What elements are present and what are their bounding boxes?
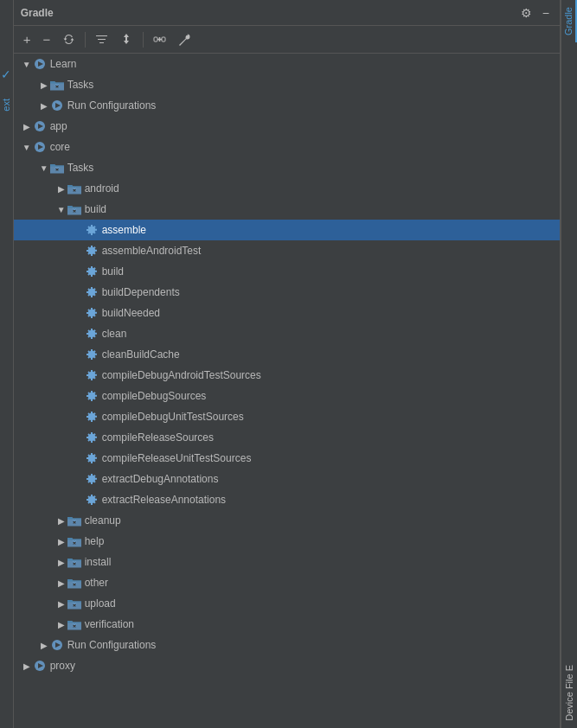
tree-item-extractDebugAnnotations[interactable]: extractDebugAnnotations: [14, 469, 560, 489]
tree-item-upload[interactable]: upload: [14, 593, 560, 614]
item-label-build2: build: [102, 265, 124, 278]
no-arrow-cleanBuildCache: [73, 348, 85, 361]
item-label-compileDebugAndroidTestSources: compileDebugAndroidTestSources: [102, 369, 261, 381]
tree-item-learn[interactable]: Learn: [14, 54, 560, 74]
tree-item-compileDebugAndroidTestSources[interactable]: compileDebugAndroidTestSources: [14, 365, 560, 386]
no-arrow-clean: [73, 328, 85, 340]
tree-item-run-configs-2[interactable]: Run Configurations: [14, 635, 560, 655]
tree-item-tasks-2[interactable]: Tasks: [14, 157, 560, 178]
tree-item-verification[interactable]: verification: [14, 614, 560, 635]
collapse-all-button[interactable]: [91, 31, 112, 48]
no-arrow-compileReleaseUnitTestSources: [73, 452, 85, 464]
tree-item-proxy[interactable]: proxy: [14, 655, 560, 676]
item-label-assemble: assemble: [102, 224, 146, 236]
gear-icon-buildNeeded: [85, 306, 99, 320]
panel-title: Gradle: [21, 7, 54, 19]
left-indicator: ✓ ext: [0, 0, 14, 728]
tree-item-compileDebugSources[interactable]: compileDebugSources: [14, 386, 560, 406]
tasks-folder-icon-help: [67, 534, 81, 548]
gradle-panel: Gradle ⚙ − + −: [14, 0, 561, 728]
tree-item-app[interactable]: app: [14, 116, 560, 137]
tree-item-other[interactable]: other: [14, 572, 560, 593]
run-icon-learn: [33, 57, 47, 71]
tree-item-assembleAndroidTest[interactable]: assembleAndroidTest: [14, 240, 560, 261]
remove-button[interactable]: −: [38, 30, 54, 48]
arrow-run-configs-1: [38, 99, 50, 112]
gear-icon-cleanBuildCache: [85, 348, 99, 361]
wrench-button[interactable]: [174, 32, 195, 48]
tree-item-clean[interactable]: clean: [14, 323, 560, 344]
tasks-folder-icon-build: [67, 202, 81, 216]
link-button[interactable]: [149, 31, 170, 48]
add-button[interactable]: +: [19, 30, 35, 48]
device-file-side-tab[interactable]: Device File E: [562, 658, 576, 728]
run-icon-run-configs-1: [50, 99, 64, 112]
tasks-folder-icon-install: [67, 555, 81, 569]
run-icon-proxy: [33, 659, 47, 673]
tree-item-core[interactable]: core: [14, 137, 560, 157]
expand-all-button[interactable]: [116, 31, 138, 48]
tree-container[interactable]: LearnTasksRun ConfigurationsappcoreTasks…: [14, 54, 560, 728]
tree-item-install[interactable]: install: [14, 552, 560, 572]
item-label-cleanBuildCache: cleanBuildCache: [102, 348, 180, 361]
arrow-build: [55, 203, 67, 215]
item-label-run-configs-1: Run Configurations: [67, 99, 157, 112]
arrow-core: [21, 141, 33, 153]
tree-item-build2[interactable]: build: [14, 261, 560, 282]
tree-item-tasks-1[interactable]: Tasks: [14, 74, 560, 95]
no-arrow-compileDebugSources: [73, 390, 85, 402]
tree-item-compileReleaseSources[interactable]: compileReleaseSources: [14, 427, 560, 448]
tree-root: LearnTasksRun ConfigurationsappcoreTasks…: [14, 54, 560, 676]
tree-item-cleanBuildCache[interactable]: cleanBuildCache: [14, 344, 560, 365]
gear-icon-compileReleaseSources: [85, 431, 99, 444]
arrow-learn: [21, 58, 33, 70]
tree-item-compileReleaseUnitTestSources[interactable]: compileReleaseUnitTestSources: [14, 448, 560, 469]
arrow-upload: [55, 597, 67, 610]
gear-icon-assemble: [85, 223, 99, 237]
item-label-compileDebugUnitTestSources: compileDebugUnitTestSources: [102, 411, 244, 423]
toolbar-divider-1: [85, 32, 86, 48]
item-label-proxy: proxy: [50, 660, 75, 672]
settings-header-button[interactable]: ⚙: [517, 4, 535, 22]
minimize-header-button[interactable]: −: [539, 4, 553, 22]
gear-icon-build2: [85, 265, 99, 278]
no-arrow-assemble: [73, 224, 85, 236]
no-arrow-buildNeeded: [73, 307, 85, 319]
toolbar: + −: [14, 26, 560, 54]
item-label-extractReleaseAnnotations: extractReleaseAnnotations: [102, 494, 226, 506]
tree-item-help[interactable]: help: [14, 531, 560, 552]
toolbar-divider-2: [143, 32, 144, 48]
tree-item-extractReleaseAnnotations[interactable]: extractReleaseAnnotations: [14, 489, 560, 510]
gear-icon-clean: [85, 327, 99, 341]
gradle-side-tab[interactable]: Gradle: [561, 0, 577, 42]
tree-item-android[interactable]: android: [14, 178, 560, 199]
gear-icon-extractDebugAnnotations: [85, 472, 99, 486]
tasks-folder-icon-other: [67, 576, 81, 590]
arrow-other: [55, 577, 67, 589]
arrow-app: [21, 120, 33, 132]
no-arrow-compileReleaseSources: [73, 431, 85, 444]
tree-item-buildDependents[interactable]: buildDependents: [14, 282, 560, 303]
tree-item-build[interactable]: build: [14, 199, 560, 220]
gear-icon-compileDebugSources: [85, 389, 99, 403]
no-arrow-build2: [73, 265, 85, 278]
header-icons: ⚙ −: [517, 4, 553, 22]
tree-item-run-configs-1[interactable]: Run Configurations: [14, 95, 560, 116]
arrow-proxy: [21, 660, 33, 672]
arrow-cleanup: [55, 514, 67, 527]
run-icon-core: [33, 140, 47, 154]
tree-item-cleanup[interactable]: cleanup: [14, 510, 560, 531]
tree-item-assemble[interactable]: assemble: [14, 220, 560, 240]
tasks-folder-icon-upload: [67, 597, 81, 610]
item-label-compileReleaseSources: compileReleaseSources: [102, 431, 214, 444]
item-label-run-configs-2: Run Configurations: [67, 639, 157, 651]
item-label-core: core: [50, 141, 70, 153]
gear-icon-compileDebugAndroidTestSources: [85, 368, 99, 382]
refresh-button[interactable]: [58, 31, 80, 48]
tree-item-buildNeeded[interactable]: buildNeeded: [14, 303, 560, 323]
no-arrow-assembleAndroidTest: [73, 245, 85, 257]
item-label-other: other: [85, 577, 108, 589]
tree-item-compileDebugUnitTestSources[interactable]: compileDebugUnitTestSources: [14, 406, 560, 427]
item-label-assembleAndroidTest: assembleAndroidTest: [102, 245, 202, 257]
item-label-buildNeeded: buildNeeded: [102, 307, 160, 319]
